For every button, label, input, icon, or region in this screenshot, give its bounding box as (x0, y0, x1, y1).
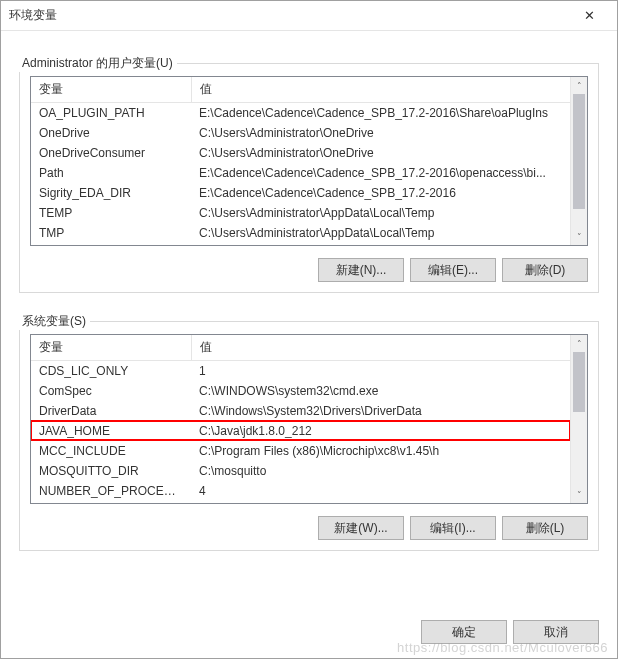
table-row[interactable]: DriverDataC:\Windows\System32\Drivers\Dr… (31, 401, 587, 421)
dialog-body: Administrator 的用户变量(U) 变量 值 OA_PLUGIN_PA… (1, 31, 617, 608)
env-vars-dialog: 环境变量 ✕ Administrator 的用户变量(U) 变量 值 (0, 0, 618, 659)
system-delete-button[interactable]: 删除(L) (502, 516, 588, 540)
var-cell: CDS_LIC_ONLY (31, 361, 191, 381)
dialog-footer: 确定 取消 (1, 608, 617, 658)
user-scrollbar[interactable]: ˄ ˅ (570, 77, 587, 245)
system-col-val[interactable]: 值 (191, 335, 587, 361)
cancel-button[interactable]: 取消 (513, 620, 599, 644)
val-cell: C:\WINDOWS\system32\cmd.exe (191, 381, 587, 401)
user-vars-table-wrap: 变量 值 OA_PLUGIN_PATHE:\Cadence\Cadence\Ca… (30, 76, 588, 246)
user-col-val[interactable]: 值 (191, 77, 587, 103)
val-cell: 4 (191, 481, 587, 501)
table-row[interactable]: OneDriveC:\Users\Administrator\OneDrive (31, 123, 587, 143)
val-cell: 1 (191, 361, 587, 381)
close-button[interactable]: ✕ (569, 2, 609, 30)
system-button-row: 新建(W)... 编辑(I)... 删除(L) (30, 516, 588, 540)
val-cell: C:\Users\Administrator\OneDrive (191, 143, 587, 163)
val-cell: C:\Users\Administrator\OneDrive (191, 123, 587, 143)
user-vars-table[interactable]: 变量 值 (31, 77, 587, 103)
var-cell: OA_PLUGIN_PATH (31, 103, 191, 123)
var-cell: MOSQUITTO_DIR (31, 461, 191, 481)
var-cell: TEMP (31, 203, 191, 223)
table-row[interactable]: OA_PLUGIN_PATHE:\Cadence\Cadence\Cadence… (31, 103, 587, 123)
val-cell: C:\Users\Administrator\AppData\Local\Tem… (191, 223, 587, 243)
system-vars-table-wrap: 变量 值 CDS_LIC_ONLY1ComSpecC:\WINDOWS\syst… (30, 334, 588, 504)
ok-button[interactable]: 确定 (421, 620, 507, 644)
system-vars-label: 系统变量(S) (18, 313, 90, 330)
val-cell: C:\Users\Administrator\AppData\Local\Tem… (191, 203, 587, 223)
table-row[interactable]: ComSpecC:\WINDOWS\system32\cmd.exe (31, 381, 587, 401)
val-cell: E:\Cadence\Cadence\Cadence_SPB_17.2-2016 (191, 183, 587, 203)
scroll-down-icon[interactable]: ˅ (571, 228, 587, 245)
table-row[interactable]: NUMBER_OF_PROCESSORS4 (31, 481, 587, 501)
scroll-up-icon[interactable]: ˄ (571, 77, 587, 94)
user-col-var[interactable]: 变量 (31, 77, 191, 103)
val-cell: E:\Cadence\Cadence\Cadence_SPB_17.2-2016… (191, 103, 587, 123)
var-cell: TMP (31, 223, 191, 243)
system-scrollbar[interactable]: ˄ ˅ (570, 335, 587, 503)
var-cell: Path (31, 163, 191, 183)
system-scroll-thumb[interactable] (573, 352, 585, 412)
var-cell: NUMBER_OF_PROCESSORS (31, 481, 191, 501)
user-delete-button[interactable]: 删除(D) (502, 258, 588, 282)
table-row[interactable]: Sigrity_EDA_DIRE:\Cadence\Cadence\Cadenc… (31, 183, 587, 203)
user-vars-group: Administrator 的用户变量(U) 变量 值 OA_PLUGIN_PA… (19, 63, 599, 293)
var-cell: DriverData (31, 401, 191, 421)
val-cell: C:\Program Files (x86)\Microchip\xc8\v1.… (191, 441, 587, 461)
var-cell: ComSpec (31, 381, 191, 401)
user-vars-label: Administrator 的用户变量(U) (18, 55, 177, 72)
user-scroll-thumb[interactable] (573, 94, 585, 209)
scroll-down-icon[interactable]: ˅ (571, 486, 587, 503)
user-new-button[interactable]: 新建(N)... (318, 258, 404, 282)
close-icon: ✕ (584, 8, 595, 23)
table-row[interactable]: JAVA_HOMEC:\Java\jdk1.8.0_212 (31, 421, 587, 441)
table-row[interactable]: CDS_LIC_ONLY1 (31, 361, 587, 381)
window-title: 环境变量 (9, 7, 569, 24)
user-edit-button[interactable]: 编辑(E)... (410, 258, 496, 282)
var-cell: Sigrity_EDA_DIR (31, 183, 191, 203)
system-col-var[interactable]: 变量 (31, 335, 191, 361)
var-cell: JAVA_HOME (31, 421, 191, 441)
titlebar: 环境变量 ✕ (1, 1, 617, 31)
val-cell: C:\mosquitto (191, 461, 587, 481)
var-cell: MCC_INCLUDE (31, 441, 191, 461)
val-cell: C:\Windows\System32\Drivers\DriverData (191, 401, 587, 421)
table-row[interactable]: TMPC:\Users\Administrator\AppData\Local\… (31, 223, 587, 243)
system-vars-group: 系统变量(S) 变量 值 CDS_LIC_ONLY1ComSpecC:\WIND… (19, 321, 599, 551)
val-cell: E:\Cadence\Cadence\Cadence_SPB_17.2-2016… (191, 163, 587, 183)
table-row[interactable]: MCC_INCLUDEC:\Program Files (x86)\Microc… (31, 441, 587, 461)
system-new-button[interactable]: 新建(W)... (318, 516, 404, 540)
table-row[interactable]: TEMPC:\Users\Administrator\AppData\Local… (31, 203, 587, 223)
table-row[interactable]: MOSQUITTO_DIRC:\mosquitto (31, 461, 587, 481)
table-row[interactable]: PathE:\Cadence\Cadence\Cadence_SPB_17.2-… (31, 163, 587, 183)
val-cell: C:\Java\jdk1.8.0_212 (191, 421, 587, 441)
system-vars-table[interactable]: 变量 值 (31, 335, 587, 361)
var-cell: OneDrive (31, 123, 191, 143)
user-button-row: 新建(N)... 编辑(E)... 删除(D) (30, 258, 588, 282)
scroll-up-icon[interactable]: ˄ (571, 335, 587, 352)
table-row[interactable]: OneDriveConsumerC:\Users\Administrator\O… (31, 143, 587, 163)
system-edit-button[interactable]: 编辑(I)... (410, 516, 496, 540)
var-cell: OneDriveConsumer (31, 143, 191, 163)
